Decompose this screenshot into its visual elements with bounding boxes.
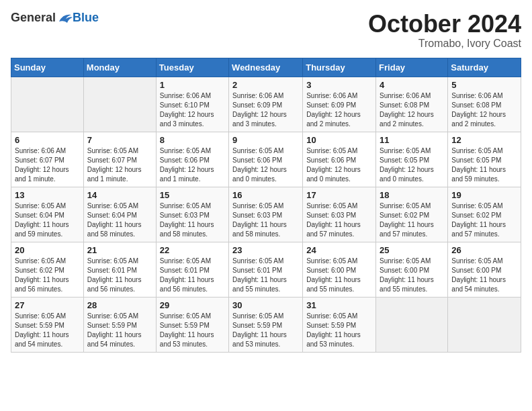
day-number: 4: [380, 80, 444, 90]
day-info: Sunrise: 6:06 AM Sunset: 6:09 PM Dayligh…: [306, 91, 372, 129]
calendar-day-cell: 24Sunrise: 6:05 AM Sunset: 6:00 PM Dayli…: [303, 242, 376, 297]
calendar-day-cell: 2Sunrise: 6:06 AM Sunset: 6:09 PM Daylig…: [229, 77, 303, 132]
day-number: 15: [160, 190, 225, 200]
calendar-week-row: 20Sunrise: 6:05 AM Sunset: 6:02 PM Dayli…: [11, 242, 521, 297]
day-number: 19: [451, 190, 517, 200]
day-info: Sunrise: 6:05 AM Sunset: 6:00 PM Dayligh…: [451, 257, 517, 294]
day-number: 14: [87, 190, 152, 200]
day-number: 7: [87, 135, 152, 145]
day-number: 31: [306, 300, 372, 310]
day-info: Sunrise: 6:05 AM Sunset: 6:05 PM Dayligh…: [380, 146, 444, 184]
day-info: Sunrise: 6:06 AM Sunset: 6:09 PM Dayligh…: [232, 91, 299, 129]
day-info: Sunrise: 6:05 AM Sunset: 6:02 PM Dayligh…: [451, 201, 517, 239]
day-number: 26: [451, 245, 517, 255]
day-number: 20: [15, 245, 80, 255]
day-number: 6: [15, 135, 80, 145]
day-info: Sunrise: 6:05 AM Sunset: 6:02 PM Dayligh…: [15, 257, 80, 294]
weekday-header: Tuesday: [156, 58, 228, 77]
calendar-day-cell: 29Sunrise: 6:05 AM Sunset: 5:59 PM Dayli…: [156, 297, 228, 352]
day-number: 3: [306, 80, 372, 90]
day-info: Sunrise: 6:05 AM Sunset: 6:01 PM Dayligh…: [160, 257, 225, 294]
calendar-day-cell: 13Sunrise: 6:05 AM Sunset: 6:04 PM Dayli…: [11, 187, 84, 242]
day-number: 11: [380, 135, 444, 145]
day-number: 5: [451, 80, 517, 90]
calendar-day-cell: [83, 77, 156, 132]
logo-blue-text: Blue: [73, 11, 99, 25]
calendar-week-row: 27Sunrise: 6:05 AM Sunset: 5:59 PM Dayli…: [11, 297, 521, 352]
calendar-day-cell: 15Sunrise: 6:05 AM Sunset: 6:03 PM Dayli…: [156, 187, 228, 242]
day-number: 10: [306, 135, 372, 145]
day-number: 18: [380, 190, 444, 200]
weekday-header: Friday: [376, 58, 448, 77]
day-info: Sunrise: 6:05 AM Sunset: 5:59 PM Dayligh…: [232, 312, 299, 349]
calendar-day-cell: 11Sunrise: 6:05 AM Sunset: 6:05 PM Dayli…: [376, 132, 448, 187]
day-number: 16: [232, 190, 299, 200]
weekday-row: SundayMondayTuesdayWednesdayThursdayFrid…: [11, 58, 521, 77]
day-info: Sunrise: 6:05 AM Sunset: 6:06 PM Dayligh…: [232, 146, 299, 184]
day-info: Sunrise: 6:05 AM Sunset: 6:03 PM Dayligh…: [306, 201, 372, 239]
day-info: Sunrise: 6:06 AM Sunset: 6:10 PM Dayligh…: [160, 91, 225, 129]
day-number: 2: [232, 80, 299, 90]
calendar-day-cell: 25Sunrise: 6:05 AM Sunset: 6:00 PM Dayli…: [376, 242, 448, 297]
calendar-day-cell: 3Sunrise: 6:06 AM Sunset: 6:09 PM Daylig…: [303, 77, 376, 132]
calendar-day-cell: 22Sunrise: 6:05 AM Sunset: 6:01 PM Dayli…: [156, 242, 228, 297]
calendar-day-cell: 23Sunrise: 6:05 AM Sunset: 6:01 PM Dayli…: [229, 242, 303, 297]
day-info: Sunrise: 6:05 AM Sunset: 6:01 PM Dayligh…: [232, 257, 299, 294]
calendar-day-cell: [11, 77, 84, 132]
weekday-header: Sunday: [11, 58, 84, 77]
day-number: 12: [451, 135, 517, 145]
calendar-week-row: 6Sunrise: 6:06 AM Sunset: 6:07 PM Daylig…: [11, 132, 521, 187]
day-number: 13: [15, 190, 80, 200]
day-info: Sunrise: 6:05 AM Sunset: 6:02 PM Dayligh…: [380, 201, 444, 239]
day-number: 8: [160, 135, 225, 145]
weekday-header: Wednesday: [229, 58, 303, 77]
day-info: Sunrise: 6:05 AM Sunset: 5:59 PM Dayligh…: [306, 312, 372, 349]
calendar-day-cell: 6Sunrise: 6:06 AM Sunset: 6:07 PM Daylig…: [11, 132, 84, 187]
day-info: Sunrise: 6:05 AM Sunset: 6:07 PM Dayligh…: [87, 146, 152, 184]
day-number: 28: [87, 300, 152, 310]
day-info: Sunrise: 6:05 AM Sunset: 6:06 PM Dayligh…: [160, 146, 225, 184]
day-number: 30: [232, 300, 299, 310]
logo-bird-icon: [58, 12, 73, 24]
day-info: Sunrise: 6:05 AM Sunset: 6:00 PM Dayligh…: [306, 257, 372, 294]
calendar-day-cell: 7Sunrise: 6:05 AM Sunset: 6:07 PM Daylig…: [83, 132, 156, 187]
calendar-day-cell: 4Sunrise: 6:06 AM Sunset: 6:08 PM Daylig…: [376, 77, 448, 132]
day-number: 25: [380, 245, 444, 255]
calendar-table: SundayMondayTuesdayWednesdayThursdayFrid…: [11, 58, 521, 353]
day-info: Sunrise: 6:06 AM Sunset: 6:08 PM Dayligh…: [380, 91, 444, 129]
calendar-day-cell: 17Sunrise: 6:05 AM Sunset: 6:03 PM Dayli…: [303, 187, 376, 242]
calendar-day-cell: 1Sunrise: 6:06 AM Sunset: 6:10 PM Daylig…: [156, 77, 228, 132]
logo: General Blue: [11, 11, 99, 25]
calendar-week-row: 13Sunrise: 6:05 AM Sunset: 6:04 PM Dayli…: [11, 187, 521, 242]
calendar-day-cell: 27Sunrise: 6:05 AM Sunset: 5:59 PM Dayli…: [11, 297, 84, 352]
weekday-header: Thursday: [303, 58, 376, 77]
calendar-day-cell: 9Sunrise: 6:05 AM Sunset: 6:06 PM Daylig…: [229, 132, 303, 187]
day-number: 21: [87, 245, 152, 255]
calendar-day-cell: 30Sunrise: 6:05 AM Sunset: 5:59 PM Dayli…: [229, 297, 303, 352]
day-info: Sunrise: 6:05 AM Sunset: 6:00 PM Dayligh…: [380, 257, 444, 294]
calendar-day-cell: 19Sunrise: 6:05 AM Sunset: 6:02 PM Dayli…: [448, 187, 521, 242]
page-header: General Blue October 2024 Tromabo, Ivory…: [11, 11, 521, 50]
day-info: Sunrise: 6:05 AM Sunset: 5:59 PM Dayligh…: [87, 312, 152, 349]
calendar-day-cell: 14Sunrise: 6:05 AM Sunset: 6:04 PM Dayli…: [83, 187, 156, 242]
calendar-day-cell: 18Sunrise: 6:05 AM Sunset: 6:02 PM Dayli…: [376, 187, 448, 242]
day-info: Sunrise: 6:05 AM Sunset: 6:05 PM Dayligh…: [451, 146, 517, 184]
calendar-body: 1Sunrise: 6:06 AM Sunset: 6:10 PM Daylig…: [11, 77, 521, 352]
calendar-header: SundayMondayTuesdayWednesdayThursdayFrid…: [11, 58, 521, 77]
month-year: October 2024: [368, 11, 521, 38]
month-title: October 2024 Tromabo, Ivory Coast: [368, 11, 521, 50]
calendar-day-cell: [376, 297, 448, 352]
day-info: Sunrise: 6:05 AM Sunset: 5:59 PM Dayligh…: [15, 312, 80, 349]
day-info: Sunrise: 6:05 AM Sunset: 6:06 PM Dayligh…: [306, 146, 372, 184]
calendar-day-cell: [448, 297, 521, 352]
weekday-header: Saturday: [448, 58, 521, 77]
day-number: 22: [160, 245, 225, 255]
day-info: Sunrise: 6:05 AM Sunset: 6:03 PM Dayligh…: [232, 201, 299, 239]
day-info: Sunrise: 6:05 AM Sunset: 6:04 PM Dayligh…: [87, 201, 152, 239]
day-info: Sunrise: 6:05 AM Sunset: 6:03 PM Dayligh…: [160, 201, 225, 239]
day-number: 23: [232, 245, 299, 255]
day-number: 17: [306, 190, 372, 200]
logo-general-text: General: [11, 11, 56, 25]
calendar-day-cell: 28Sunrise: 6:05 AM Sunset: 5:59 PM Dayli…: [83, 297, 156, 352]
day-info: Sunrise: 6:06 AM Sunset: 6:07 PM Dayligh…: [15, 146, 80, 184]
